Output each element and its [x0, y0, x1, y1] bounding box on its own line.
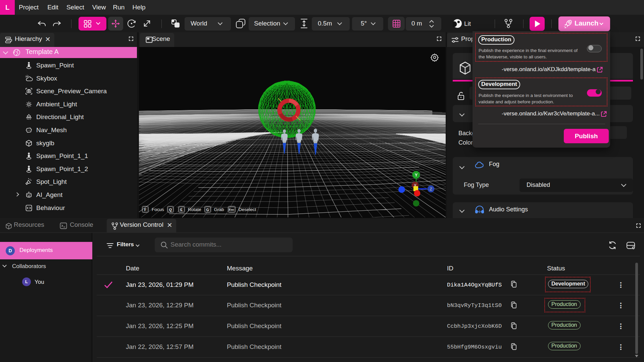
- svg-text:Y: Y: [415, 172, 418, 177]
- svg-text:Z: Z: [430, 187, 432, 192]
